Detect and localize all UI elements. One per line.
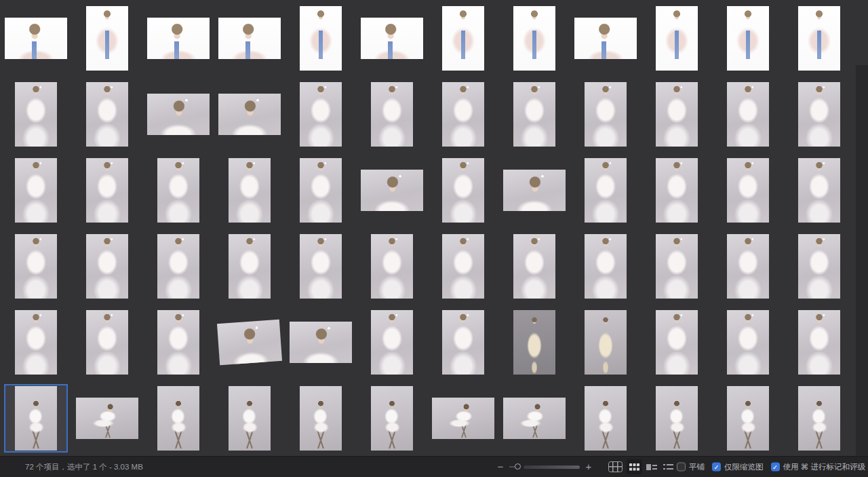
photo-thumbnail[interactable] [656,82,698,147]
photo-thumbnail[interactable] [585,158,627,223]
photo-thumbnail[interactable] [798,158,840,223]
thumbnail-cell [356,76,427,152]
photo-thumbnail[interactable] [442,82,484,147]
photo-thumbnail[interactable] [442,234,484,299]
photo-thumbnail[interactable] [727,386,769,451]
photo-thumbnail[interactable] [229,158,271,223]
zoom-in-button[interactable]: + [584,462,593,472]
photo-thumbnail[interactable] [157,386,199,451]
photo-thumbnail[interactable] [229,234,271,299]
photo-thumbnail[interactable] [361,18,423,59]
photo-thumbnail[interactable] [727,6,769,71]
thumbnail-cell [214,0,285,76]
photo-thumbnail[interactable] [157,234,199,299]
photo-thumbnail[interactable] [147,94,210,135]
photo-thumbnail[interactable] [513,234,555,299]
photo-thumbnail[interactable] [656,310,698,375]
photo-thumbnail[interactable] [300,158,342,223]
thumbnail-cell [285,0,356,76]
thumbnail-cell [712,380,783,456]
thumbnail-cell [641,0,712,76]
layout-pane-button[interactable] [606,459,624,474]
photo-thumbnail[interactable] [656,386,698,451]
photo-thumbnail[interactable] [727,82,769,147]
photo-thumbnail[interactable] [503,170,566,211]
photo-thumbnail[interactable] [86,6,128,71]
grid-view-button[interactable] [627,459,642,474]
photo-thumbnail[interactable] [218,94,281,135]
photo-thumbnail[interactable] [798,310,840,375]
photo-thumbnail[interactable] [371,310,413,375]
photo-thumbnail[interactable] [798,386,840,451]
photo-thumbnail[interactable] [585,82,627,147]
photo-thumbnail[interactable] [727,234,769,299]
photo-thumbnail[interactable] [86,310,128,375]
thumbnail-cell [0,380,71,456]
detail-list-view-button[interactable] [660,459,676,474]
photo-thumbnail[interactable] [585,234,627,299]
photo-thumbnail[interactable] [147,18,210,59]
photo-thumbnail[interactable] [290,322,352,363]
photo-thumbnail[interactable] [76,398,138,439]
photo-thumbnail[interactable] [86,82,128,147]
photo-thumbnail[interactable] [513,6,555,71]
photo-thumbnail[interactable] [371,82,413,147]
thumbnail-cell [570,228,641,304]
checkbox-checked-icon[interactable]: ✓ [771,463,780,472]
zoom-out-button[interactable]: − [496,462,505,472]
photo-thumbnail[interactable] [371,234,413,299]
thumbnail-cell [356,0,427,76]
photo-thumbnail[interactable] [300,6,342,71]
photo-thumbnail[interactable] [216,319,281,364]
checkbox-checked-icon[interactable]: ✓ [712,463,721,472]
photo-thumbnail[interactable] [218,18,281,59]
photo-thumbnail[interactable] [371,386,413,451]
photo-thumbnail-selected[interactable] [15,386,57,451]
photo-thumbnail[interactable] [798,6,840,71]
checkbox-unchecked-icon[interactable] [677,463,686,472]
photo-thumbnail[interactable] [656,6,698,71]
thumbnail-cell [214,228,285,304]
photo-thumbnail[interactable] [513,82,555,147]
slider-knob[interactable] [515,463,521,470]
photo-thumbnail[interactable] [361,170,423,211]
photo-thumbnail[interactable] [727,310,769,375]
photo-thumbnail[interactable] [442,6,484,71]
photo-thumbnail[interactable] [15,158,57,223]
photo-thumbnail[interactable] [229,386,271,451]
photo-thumbnail[interactable] [656,234,698,299]
scrollbar-track[interactable] [856,65,868,456]
photo-thumbnail[interactable] [503,398,566,439]
thumbnail-cell [498,380,570,456]
photo-thumbnail[interactable] [585,310,627,375]
photo-thumbnail[interactable] [798,82,840,147]
photo-thumbnail[interactable] [15,234,57,299]
photo-thumbnail[interactable] [86,234,128,299]
photo-thumbnail[interactable] [727,158,769,223]
photo-thumbnail[interactable] [15,82,57,147]
thumbnail-list-view-button[interactable] [644,459,659,474]
photo-thumbnail[interactable] [157,310,199,375]
photo-thumbnail[interactable] [442,158,484,223]
photo-thumbnail[interactable] [15,310,57,375]
photo-thumbnail[interactable] [585,386,627,451]
thumbnail-cell [285,228,356,304]
thumbnail-cell [0,304,71,380]
thumbnail-size-slider[interactable] [509,463,580,471]
photo-thumbnail[interactable] [300,234,342,299]
photo-thumbnail[interactable] [5,18,67,59]
photo-thumbnail[interactable] [798,234,840,299]
photo-thumbnail[interactable] [656,158,698,223]
photo-thumbnail[interactable] [574,18,637,59]
photo-thumbnail[interactable] [442,310,484,375]
photo-thumbnail[interactable] [86,158,128,223]
checkbox-label: 平铺 [689,462,705,472]
photo-thumbnail[interactable] [513,310,555,375]
thumbnail-cell [783,228,854,304]
photo-thumbnail[interactable] [432,398,494,439]
photo-thumbnail[interactable] [300,82,342,147]
photo-thumbnail[interactable] [300,386,342,451]
photo-thumbnail[interactable] [157,158,199,223]
thumbnail-cell [0,76,71,152]
thumbnail-cell [570,0,641,76]
